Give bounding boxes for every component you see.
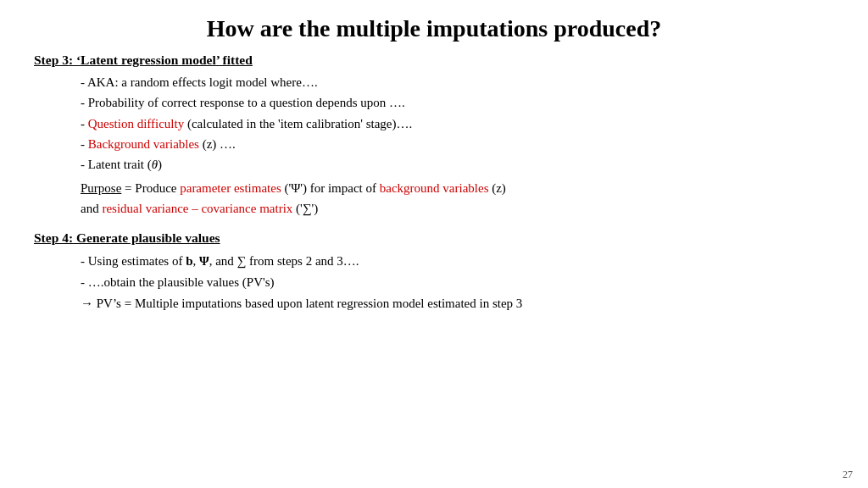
step3-bullet-list: - AKA: a random effects logit model wher… bbox=[81, 73, 834, 175]
background-variables-text: Background variables bbox=[88, 137, 199, 151]
purpose-block: Purpose = Produce parameter estimates ('… bbox=[81, 178, 834, 219]
question-difficulty-text: Question difficulty bbox=[88, 117, 184, 130]
bullet-2: - Probability of correct response to a q… bbox=[81, 93, 834, 113]
bullet-4: - Background variables (z) …. bbox=[81, 135, 834, 154]
purpose-and: and bbox=[81, 202, 102, 215]
bullet-5: - Latent trait (θ) bbox=[81, 155, 834, 175]
step4-header: Step 4: Generate plausible values bbox=[34, 230, 834, 246]
purpose-label: Purpose bbox=[81, 181, 121, 195]
purpose-sigma: ('∑') bbox=[292, 202, 318, 215]
purpose-psi-text: ('Ψ') for impact of bbox=[281, 181, 380, 195]
step4-bullet-1: - Using estimates of b, Ψ, and ∑ from st… bbox=[81, 251, 834, 271]
arrow-item: → PV’s = Multiple imputations based upon… bbox=[81, 293, 834, 313]
step4-bullet-2: - ….obtain the plausible values (PV's) bbox=[81, 272, 834, 292]
page-number: 27 bbox=[843, 469, 853, 481]
purpose-z: (z) bbox=[488, 181, 505, 195]
bullet-1: - AKA: a random effects logit model wher… bbox=[81, 73, 834, 92]
residual-variance-text: residual variance – covariance matrix bbox=[102, 202, 292, 215]
theta-symbol: θ bbox=[152, 158, 158, 171]
step3-header: Step 3: ‘Latent regression model’ fitted bbox=[34, 53, 834, 68]
slide-title: How are the multiple imputations produce… bbox=[34, 15, 834, 42]
background-variables-text2: background variables bbox=[380, 181, 489, 195]
slide: How are the multiple imputations produce… bbox=[0, 0, 868, 488]
purpose-equals: = Produce bbox=[121, 181, 180, 195]
bullet-3: - Question difficulty (calculated in the… bbox=[81, 114, 834, 134]
step4-bullets: - Using estimates of b, Ψ, and ∑ from st… bbox=[81, 251, 834, 292]
step4-section: Step 4: Generate plausible values - Usin… bbox=[34, 230, 834, 313]
parameter-estimates-text: parameter estimates bbox=[180, 181, 281, 195]
